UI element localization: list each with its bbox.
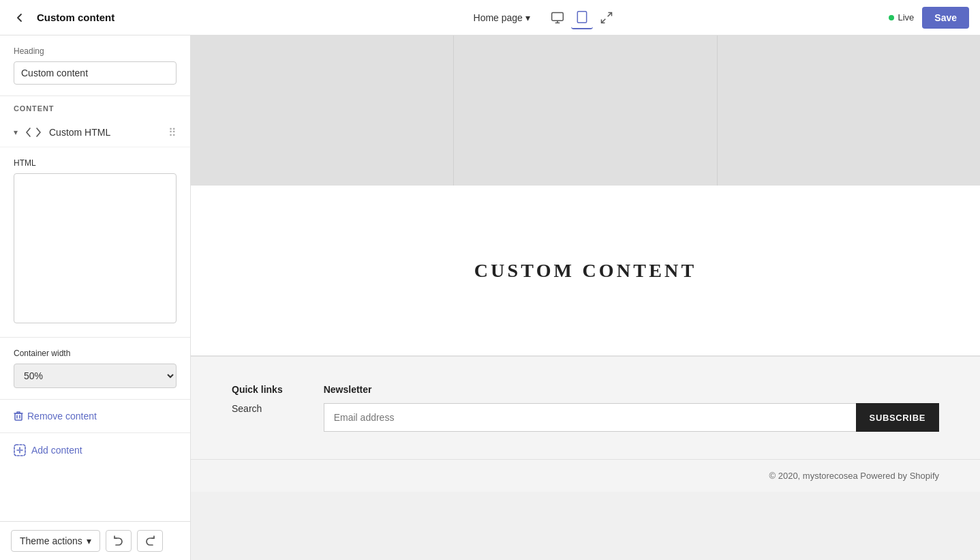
drag-handle[interactable]: ⠿ [168, 126, 177, 139]
svg-rect-10 [14, 445, 25, 456]
quick-link-search[interactable]: Search [232, 403, 283, 414]
custom-content-title: CUSTOM CONTENT [474, 260, 697, 282]
top-bar-center: Home page ▾ [210, 6, 881, 29]
svg-line-5 [608, 12, 612, 16]
svg-rect-3 [577, 11, 586, 23]
page-select-button[interactable]: Home page ▾ [474, 12, 530, 23]
undo-button[interactable] [106, 530, 132, 552]
preview-copyright: © 2020, mystorecosea Powered by Shopify [191, 459, 980, 492]
newsletter-form: SUBSCRIBE [324, 403, 939, 432]
container-width-section: Container width 25% 50% 75% 100% [0, 338, 190, 400]
remove-content-label: Remove content [27, 411, 97, 422]
content-section-label: CONTENT [14, 104, 177, 113]
back-button[interactable] [11, 9, 29, 27]
sidebar-footer: Theme actions ▾ [0, 521, 190, 560]
live-label: Live [898, 12, 914, 23]
add-content-label: Add content [31, 445, 82, 456]
top-bar-left: Custom content [11, 9, 202, 27]
svg-rect-7 [15, 413, 22, 420]
svg-rect-0 [552, 12, 564, 20]
top-bar-right: Live Save [889, 7, 969, 29]
live-badge: Live [889, 12, 914, 23]
add-content-button[interactable]: Add content [14, 444, 82, 456]
theme-actions-chevron: ▾ [87, 535, 91, 546]
newsletter-title: Newsletter [324, 384, 939, 395]
content-item-chevron: ▾ [14, 128, 18, 137]
content-item-name: Custom HTML [49, 127, 168, 138]
subscribe-button[interactable]: SUBSCRIBE [856, 403, 939, 432]
redo-button[interactable] [137, 530, 163, 552]
add-content-section: Add content [0, 433, 190, 467]
copyright-text: © 2020, mystorecosea Powered by Shopify [769, 471, 940, 481]
html-section: HTML [0, 147, 190, 338]
heading-input[interactable] [14, 61, 177, 85]
fullwidth-view-button[interactable] [596, 7, 617, 29]
content-item-custom-html[interactable]: ▾ Custom HTML ⠿ [0, 118, 190, 147]
remove-content-button[interactable]: Remove content [14, 408, 97, 424]
view-icons [547, 6, 617, 29]
preview-img-col-3 [718, 35, 980, 186]
preview-img-col-1 [191, 35, 454, 186]
content-section: CONTENT ▾ Custom HTML ⠿ [0, 96, 190, 147]
html-textarea[interactable] [14, 173, 177, 323]
html-label: HTML [14, 158, 177, 168]
footer-quick-links: Quick links Search [232, 384, 283, 432]
custom-html-icon [23, 125, 44, 140]
preview-footer: Quick links Search Newsletter SUBSCRIBE [191, 356, 980, 459]
svg-line-6 [601, 18, 605, 23]
top-bar: Custom content Home page ▾ [0, 0, 980, 35]
sidebar: Heading CONTENT ▾ Custom HTML ⠿ [0, 35, 191, 560]
content-header: CONTENT [0, 96, 190, 118]
theme-actions-button[interactable]: Theme actions ▾ [11, 530, 100, 552]
preview-img-col-2 [454, 35, 717, 186]
panel-title: Custom content [37, 12, 114, 23]
remove-content-section: Remove content [0, 400, 190, 433]
container-width-label: Container width [14, 349, 177, 358]
page-select-label: Home page [474, 12, 523, 23]
tablet-view-button[interactable] [571, 6, 593, 29]
footer-newsletter: Newsletter SUBSCRIBE [324, 384, 939, 432]
theme-actions-label: Theme actions [20, 535, 82, 546]
footer-cols: Quick links Search Newsletter SUBSCRIBE [232, 384, 939, 432]
preview-area: CUSTOM CONTENT Quick links Search Newsle… [191, 35, 980, 560]
desktop-view-button[interactable] [547, 7, 568, 29]
heading-label: Heading [14, 46, 177, 56]
main-layout: Heading CONTENT ▾ Custom HTML ⠿ [0, 35, 980, 560]
sidebar-content: Heading CONTENT ▾ Custom HTML ⠿ [0, 35, 190, 521]
preview-top-images [191, 35, 980, 186]
preview-custom-content: CUSTOM CONTENT [191, 186, 980, 356]
container-width-select[interactable]: 25% 50% 75% 100% [14, 364, 177, 388]
quick-links-title: Quick links [232, 384, 283, 395]
heading-section: Heading [0, 35, 190, 96]
newsletter-email-input[interactable] [324, 403, 856, 432]
save-button[interactable]: Save [922, 7, 969, 29]
page-select-chevron: ▾ [525, 12, 530, 23]
live-dot [889, 15, 894, 20]
